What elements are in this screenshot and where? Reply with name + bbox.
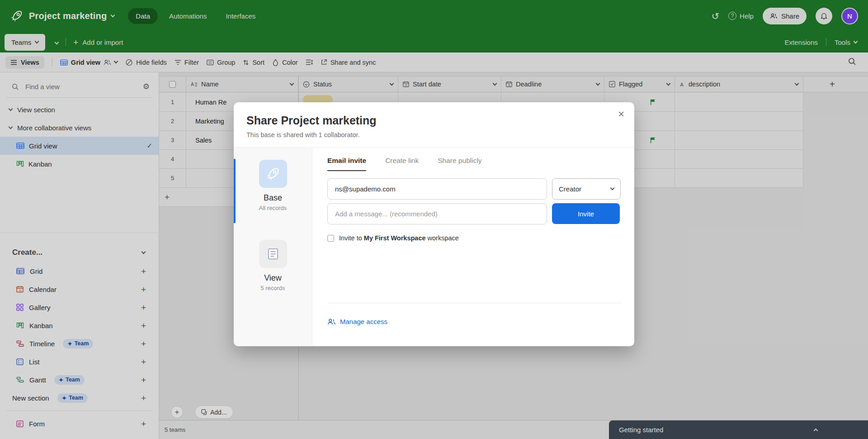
view-tile	[259, 240, 287, 268]
email-input[interactable]	[327, 178, 547, 200]
message-input[interactable]	[327, 203, 547, 224]
scope-label: Base	[264, 193, 282, 203]
share-scope-rail: Base All records View 5 records	[234, 148, 312, 346]
manage-access-link[interactable]: Manage access	[340, 318, 387, 325]
permission-value: Creator	[559, 185, 581, 193]
tab-create-link[interactable]: Create link	[385, 157, 419, 171]
scope-sublabel: 5 records	[260, 285, 285, 291]
scope-item-view[interactable]: View 5 records	[234, 240, 312, 303]
base-tile	[259, 160, 287, 188]
tab-email-invite[interactable]: Email invite	[327, 157, 366, 171]
tab-share-publicly[interactable]: Share publicly	[438, 157, 481, 171]
scope-sublabel: All records	[259, 205, 287, 211]
share-dialog-content: Email invite Create link Share publicly …	[312, 148, 634, 346]
share-dialog-header: Share Project marketing This base is sha…	[234, 102, 634, 148]
permission-dropdown[interactable]: Creator	[552, 178, 621, 200]
message-row: Invite	[327, 203, 622, 224]
manage-access-icon	[327, 318, 336, 325]
invite-button[interactable]: Invite	[552, 203, 620, 224]
scope-item-base[interactable]: Base All records	[234, 160, 312, 223]
share-dialog-body: Base All records View 5 records Email in…	[234, 148, 634, 346]
workspace-invite-checkbox[interactable]	[327, 235, 334, 242]
app-window: Project marketing Data Automations Inter…	[0, 0, 868, 439]
workspace-invite-label: Invite to My First Workspace workspace	[339, 234, 459, 242]
chevron-down-icon	[610, 186, 615, 191]
workspace-invite-row: Invite to My First Workspace workspace	[327, 234, 622, 242]
close-icon[interactable]: ×	[618, 109, 624, 119]
invite-row: Creator	[327, 178, 622, 200]
share-dialog-footer: Manage access	[327, 303, 622, 346]
view-sheet-icon	[266, 247, 280, 261]
selected-indicator	[234, 159, 236, 223]
workspace-name: My First Workspace	[364, 234, 426, 242]
dialog-subtitle: This base is shared with 1 collaborator.	[246, 131, 622, 138]
scope-label: View	[264, 273, 282, 283]
rocket-icon	[265, 166, 281, 181]
share-dialog: Share Project marketing This base is sha…	[234, 102, 634, 346]
dialog-title: Share Project marketing	[246, 114, 622, 127]
share-tabs: Email invite Create link Share publicly	[327, 157, 622, 171]
